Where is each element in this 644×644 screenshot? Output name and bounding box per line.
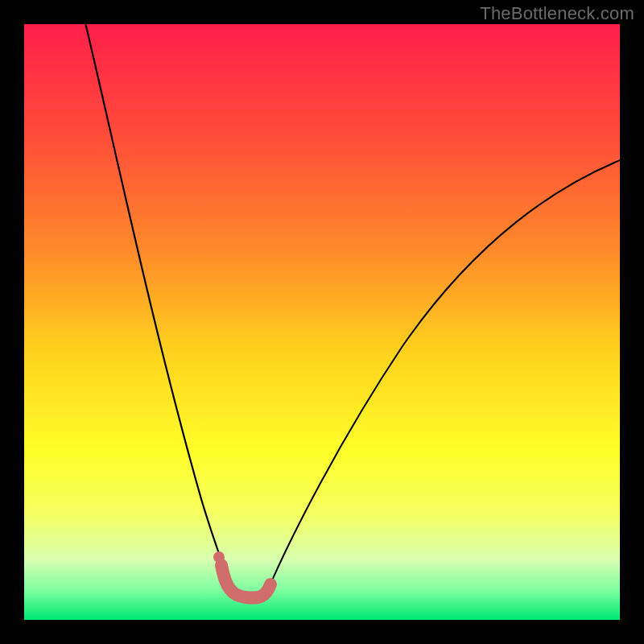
bottleneck-curves [24, 24, 620, 620]
valley-entry-dot [213, 551, 225, 563]
watermark-text: TheBottleneck.com [480, 3, 634, 24]
left-curve [84, 24, 232, 588]
chart-plot-area [24, 24, 620, 620]
valley-marker [221, 565, 270, 598]
right-curve [269, 157, 620, 588]
